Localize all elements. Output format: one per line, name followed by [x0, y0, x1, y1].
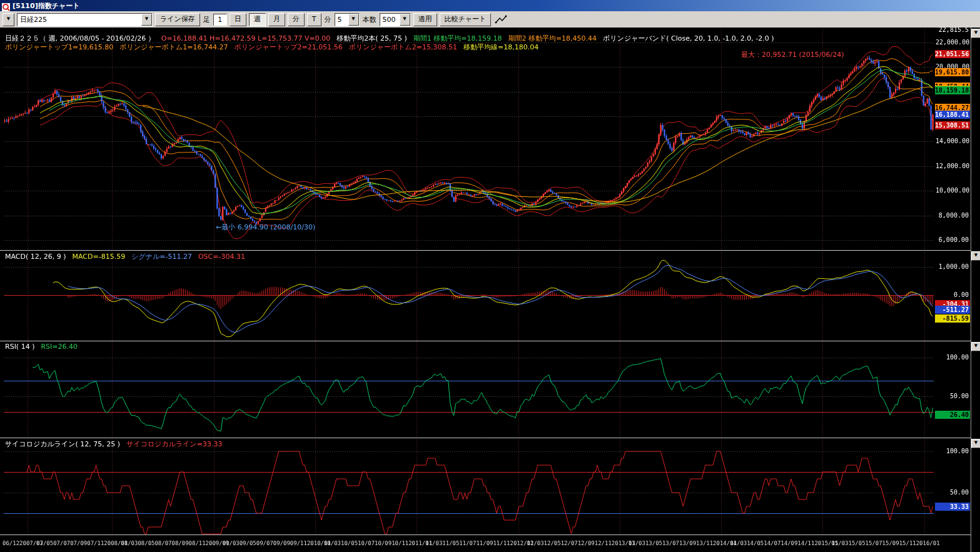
panel-button-strip: ▼ ▼ ▼ ▼ [971, 28, 980, 552]
timeframe-label: 足 [203, 15, 211, 24]
compare-chart-button[interactable]: 比較チャート [440, 13, 492, 26]
toolbar: ▼ 日経225 ▼ ライン保存 足 1 日 週 月 分 T 分 5 ▼ 本数 5… [0, 11, 980, 28]
window-title: [5110]指数チャート [13, 1, 79, 11]
chart-canvas[interactable] [0, 28, 971, 552]
symbol-value: 日経225 [18, 15, 141, 24]
app-window: { "window": { "title": "[5110]指数チャート" },… [0, 0, 980, 552]
minute-label: 分 [324, 15, 332, 24]
app-icon [2, 2, 10, 10]
apply-button[interactable]: 適用 [413, 13, 437, 26]
bars-value: 500 [380, 16, 400, 24]
symbol-combobox[interactable]: 日経225 ▼ [17, 13, 153, 26]
timeframe-month-button[interactable]: 月 [268, 13, 285, 26]
macd-panel-menu-button[interactable]: ▼ [971, 251, 980, 261]
bars-label: 本数 [362, 15, 377, 24]
bars-select[interactable]: 500 ▼ [380, 13, 411, 26]
rsi-panel-menu-button[interactable]: ▼ [971, 342, 980, 351]
bars-dropdown-icon[interactable]: ▼ [400, 14, 410, 26]
timeframe-day-button[interactable]: 日 [230, 13, 246, 26]
main-panel-menu-button[interactable]: ▼ [971, 29, 980, 38]
symbol-dropdown-icon[interactable]: ▼ [141, 14, 152, 26]
toolbar-dropdown-button[interactable]: ▼ [3, 13, 14, 26]
save-line-button[interactable]: ライン保存 [155, 13, 200, 26]
timeframe-count-input[interactable]: 1 [213, 14, 227, 26]
timeframe-week-button[interactable]: 週 [249, 13, 266, 26]
timeframe-minute-button[interactable]: 分 [288, 13, 305, 26]
chart-area: 日経２２５（ 週, 2006/08/05 - 2016/02/26 ）O=16,… [0, 28, 980, 552]
minute-select[interactable]: 5 ▼ [335, 13, 360, 26]
window-titlebar[interactable]: [5110]指数チャート [0, 0, 980, 11]
timeframe-tick-button[interactable]: T [307, 13, 321, 26]
psych-panel-menu-button[interactable]: ▼ [971, 439, 980, 448]
minute-dropdown-icon[interactable]: ▼ [348, 14, 359, 26]
trend-line-tool-icon[interactable] [493, 14, 508, 26]
minute-value: 5 [335, 16, 348, 24]
